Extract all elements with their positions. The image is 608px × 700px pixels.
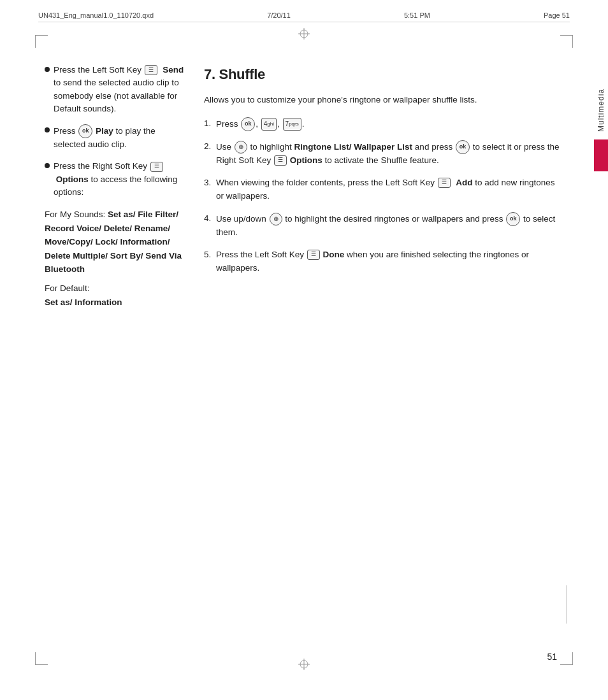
corner-mark-tr xyxy=(560,35,573,48)
bullet-dot xyxy=(45,127,50,132)
left-column: Press the Left Soft Key ☰ Send to send t… xyxy=(45,64,185,649)
cross-mark-top xyxy=(298,28,310,41)
ok-key-3: ok xyxy=(506,212,520,226)
corner-mark-br xyxy=(560,652,573,665)
cross-mark-bottom xyxy=(298,659,310,672)
step-3: 3. When viewing the folder contents, pre… xyxy=(204,176,563,203)
step-1-text: Press ok, 4ghi, 7pqrs. xyxy=(216,117,563,131)
for-my-sounds-items: Set as/ File Filter/ Record Voice/ Delet… xyxy=(45,210,182,274)
corner-mark-tl xyxy=(35,35,48,48)
page-number: 51 xyxy=(547,652,557,662)
bullet-text-3: Press the Right Soft Key ☰ Options to ac… xyxy=(54,160,185,199)
header-time: 5:51 PM xyxy=(404,11,430,19)
ringtone-wallpaper-label: Ringtone List/ Wallpaper List xyxy=(294,141,413,151)
divider-line xyxy=(566,585,567,624)
header-page: Page 51 xyxy=(544,11,570,19)
step-1-num: 1. xyxy=(204,117,214,131)
step-1: 1. Press ok, 4ghi, 7pqrs. xyxy=(204,117,563,131)
step-4: 4. Use up/down ⊕ to highlight the desire… xyxy=(204,212,563,239)
corner-mark-bl xyxy=(35,652,48,665)
bullet-text-2: Press ok Play to play the selected audio… xyxy=(54,124,185,151)
bullet-dot xyxy=(45,163,50,168)
key-4ghi: 4ghi xyxy=(261,118,277,131)
section-title-text: Shuffle xyxy=(219,66,265,82)
step-5-text: Press the Left Soft Key ☰ Done when you … xyxy=(216,248,563,275)
side-label-text: Multimedia xyxy=(594,83,608,137)
section-title: 7. Shuffle xyxy=(204,64,563,85)
list-item: Press the Left Soft Key ☰ Send to send t… xyxy=(45,64,185,115)
side-bar-accent xyxy=(594,139,608,171)
nav-key-2: ⊕ xyxy=(270,213,282,225)
left-soft-key-3: ☰ xyxy=(438,178,451,188)
header-date: 7/20/11 xyxy=(267,11,291,19)
step-2: 2. Use ⊕ to highlight Ringtone List/ Wal… xyxy=(204,140,563,168)
options-label: Options xyxy=(56,175,89,184)
done-label: Done xyxy=(323,250,345,259)
play-label: Play xyxy=(96,126,113,136)
list-item: Press the Right Soft Key ☰ Options to ac… xyxy=(45,160,185,199)
main-content: Press the Left Soft Key ☰ Send to send t… xyxy=(45,64,563,649)
left-soft-key-icon: ☰ xyxy=(145,65,157,75)
header-bar: UN431_Eng_manual1.0_110720.qxd 7/20/11 5… xyxy=(38,11,570,22)
section-number: 7. xyxy=(204,66,215,82)
for-my-sounds-section: For My Sounds: Set as/ File Filter/ Reco… xyxy=(45,208,185,276)
ok-key-icon: ok xyxy=(78,124,92,138)
ok-key-2: ok xyxy=(456,140,470,154)
add-label: Add xyxy=(456,178,472,187)
step-5: 5. Press the Left Soft Key ☰ Done when y… xyxy=(204,248,563,275)
right-soft-key-icon: ☰ xyxy=(150,162,163,172)
right-column: 7. Shuffle Allows you to customize your … xyxy=(204,64,563,649)
step-3-text: When viewing the folder contents, press … xyxy=(216,176,563,203)
ok-key-1: ok xyxy=(241,117,255,131)
bullet-dot xyxy=(45,67,50,72)
for-my-sounds-label: For My Sounds: xyxy=(45,210,108,219)
key-7pqrs: 7pqrs xyxy=(283,118,301,131)
header-filename: UN431_Eng_manual1.0_110720.qxd xyxy=(38,11,154,19)
right-soft-key-2: ☰ xyxy=(274,155,287,166)
step-3-num: 3. xyxy=(204,176,214,190)
options-label-2: Options xyxy=(290,155,322,165)
list-item: Press ok Play to play the selected audio… xyxy=(45,124,185,151)
step-2-text: Use ⊕ to highlight Ringtone List/ Wallpa… xyxy=(216,140,563,168)
bullet-list: Press the Left Soft Key ☰ Send to send t… xyxy=(45,64,185,199)
for-default-label: For Default: xyxy=(45,283,90,293)
step-2-num: 2. xyxy=(204,140,214,154)
numbered-list: 1. Press ok, 4ghi, 7pqrs. 2. Use ⊕ to hi… xyxy=(204,117,563,275)
step-5-num: 5. xyxy=(204,248,214,262)
send-label: Send xyxy=(163,65,184,75)
for-sections: For My Sounds: Set as/ File Filter/ Reco… xyxy=(45,208,185,309)
step-4-text: Use up/down ⊕ to highlight the desired r… xyxy=(216,212,563,239)
step-4-num: 4. xyxy=(204,212,214,225)
nav-key-1: ⊕ xyxy=(235,141,247,154)
for-default-items: Set as/ Information xyxy=(45,297,122,307)
side-label: Multimedia xyxy=(594,83,608,171)
left-soft-key-5: ☰ xyxy=(307,250,320,260)
bullet-text-1: Press the Left Soft Key ☰ Send to send t… xyxy=(54,64,185,115)
section-intro: Allows you to customize your phone's rin… xyxy=(204,94,563,107)
for-default-section: For Default: Set as/ Information xyxy=(45,282,185,309)
